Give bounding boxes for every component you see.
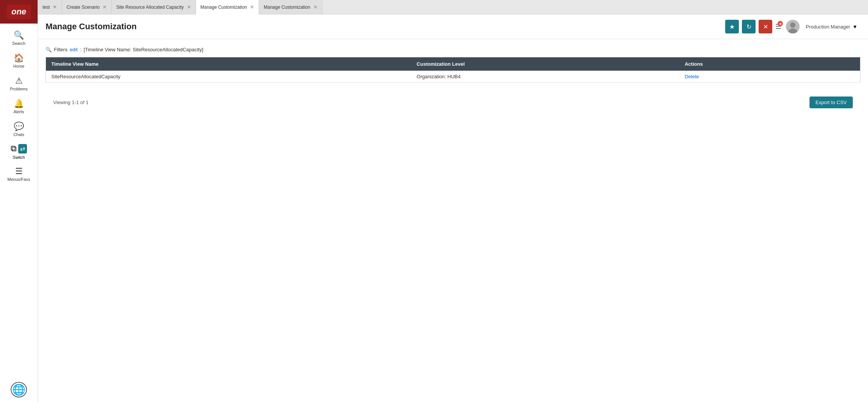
sidebar-item-label: Chats — [13, 132, 24, 137]
tab-create-scenario[interactable]: Create Scenario ✕ — [62, 0, 112, 14]
sidebar-item-label: Menus/Favs — [8, 177, 30, 182]
filters-text: [Timeline View Name: SiteResourceAllocat… — [84, 47, 203, 52]
tab-label: Manage Customization — [264, 5, 310, 10]
tab-close-icon[interactable]: ✕ — [250, 4, 254, 10]
globe-icon: 🌐 — [11, 382, 27, 397]
filters-separator: : — [80, 47, 81, 52]
logo-text: one — [7, 5, 31, 19]
table-header-row: Timeline View Name Customization Level A… — [46, 57, 860, 71]
filter-icon: 🔍 — [46, 47, 52, 52]
notification-area: ☰ ★ — [775, 22, 781, 31]
cell-extra — [811, 71, 860, 83]
svg-point-1 — [790, 22, 795, 28]
tab-close-icon[interactable]: ✕ — [53, 4, 57, 10]
filters-label: Filters — [54, 47, 67, 52]
page-header: Manage Customization ★ ↻ ✕ ☰ ★ — [38, 14, 868, 39]
col-header-actions: Actions — [679, 57, 811, 71]
cell-action: Delete — [679, 71, 811, 83]
sidebar-item-label: Problems — [10, 87, 27, 91]
close-icon: ✕ — [763, 23, 768, 30]
tab-site-resource[interactable]: Site Resource Allocated Capacity ✕ — [112, 0, 196, 14]
user-dropdown[interactable]: Production Manager ▼ — [803, 22, 860, 31]
sidebar-item-globe[interactable]: 🌐 — [0, 378, 38, 402]
sidebar-item-switch[interactable]: ⧉ ⇄ — [0, 141, 38, 157]
main-area: test ✕ Create Scenario ✕ Site Resource A… — [38, 0, 868, 402]
tab-label: Manage Customization — [201, 5, 247, 10]
page-title: Manage Customization — [46, 22, 725, 32]
col-header-customization-level: Customization Level — [411, 57, 680, 71]
filters-edit-link[interactable]: edit — [70, 47, 77, 52]
tab-bar: test ✕ Create Scenario ✕ Site Resource A… — [38, 0, 868, 14]
sidebar: one 🔍 Search 🏠 Home ⚠ Problems 🔔 Alerts … — [0, 0, 38, 402]
sidebar-item-problems[interactable]: ⚠ Problems — [0, 72, 38, 95]
refresh-button[interactable]: ↻ — [742, 20, 756, 33]
avatar — [786, 20, 800, 33]
content-area: Manage Customization ★ ↻ ✕ ☰ ★ — [38, 14, 868, 402]
page-footer: Viewing 1-1 of 1 Export to CSV — [46, 90, 860, 114]
tab-label: test — [43, 5, 50, 10]
tab-close-icon[interactable]: ✕ — [313, 4, 318, 10]
col-header-extra — [811, 57, 860, 71]
search-icon: 🔍 — [14, 30, 24, 40]
tab-close-icon[interactable]: ✕ — [103, 4, 107, 10]
notification-badge: ★ — [778, 21, 783, 26]
sidebar-item-alerts[interactable]: 🔔 Alerts — [0, 95, 38, 118]
notification-star-icon: ★ — [779, 22, 782, 26]
sidebar-item-label: Search — [12, 41, 25, 46]
filters-bar: 🔍 Filters edit : [Timeline View Name: Si… — [46, 47, 860, 52]
menu-icon: ☰ — [15, 166, 23, 176]
cell-timeline-view-name: SiteResourceAllocatedCapacity — [46, 71, 411, 83]
data-table: Timeline View Name Customization Level A… — [46, 57, 860, 83]
sidebar-item-chats[interactable]: 💬 Chats — [0, 118, 38, 141]
export-csv-button[interactable]: Export to CSV — [810, 97, 853, 108]
cell-customization-level: Organization: HUB4 — [411, 71, 680, 83]
favorite-button[interactable]: ★ — [725, 20, 739, 33]
tab-label: Site Resource Allocated Capacity — [116, 5, 183, 10]
switch-icon: ⧉ — [11, 144, 17, 154]
sidebar-item-menus[interactable]: ☰ Menus/Favs — [0, 163, 38, 185]
bell-icon: 🔔 — [14, 99, 24, 109]
tab-test[interactable]: test ✕ — [38, 0, 62, 14]
delete-link[interactable]: Delete — [685, 74, 699, 79]
page-body: 🔍 Filters edit : [Timeline View Name: Si… — [38, 39, 868, 122]
tab-close-icon[interactable]: ✕ — [187, 4, 191, 10]
chat-icon: 💬 — [14, 122, 24, 131]
tab-label: Create Scenario — [66, 5, 100, 10]
user-role: Production Manager — [806, 24, 850, 30]
home-icon: 🏠 — [14, 53, 24, 63]
chevron-down-icon: ▼ — [852, 24, 857, 30]
sidebar-item-search[interactable]: 🔍 Search — [0, 27, 38, 49]
sidebar-item-label: Home — [13, 64, 24, 68]
col-header-timeline-view-name: Timeline View Name — [46, 57, 411, 71]
tab-manage-customization-2[interactable]: Manage Customization ✕ — [259, 0, 323, 14]
close-button[interactable]: ✕ — [759, 20, 772, 33]
table-row: SiteResourceAllocatedCapacity Organizati… — [46, 71, 860, 83]
sidebar-item-label: Alerts — [13, 109, 24, 114]
refresh-icon: ↻ — [746, 23, 751, 30]
app-logo[interactable]: one — [0, 0, 38, 24]
tab-manage-customization-1[interactable]: Manage Customization ✕ — [196, 0, 259, 14]
switch-label: Switch — [13, 155, 25, 160]
warning-icon: ⚠ — [15, 76, 23, 86]
sidebar-item-home[interactable]: 🏠 Home — [0, 49, 38, 72]
header-actions: ★ ↻ ✕ ☰ ★ — [725, 20, 860, 33]
viewing-text: Viewing 1-1 of 1 — [53, 100, 89, 105]
star-icon: ★ — [729, 23, 735, 30]
switch-badge-icon: ⇄ — [18, 144, 27, 154]
